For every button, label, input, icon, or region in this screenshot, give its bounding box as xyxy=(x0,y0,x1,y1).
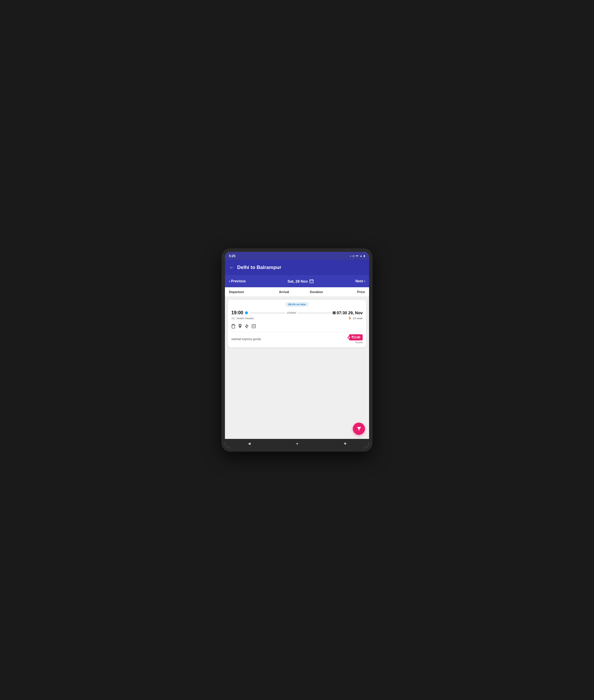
android-recents-button[interactable]: ■ xyxy=(344,442,346,446)
arrival-info: 07:30 29, Nov xyxy=(333,311,363,315)
price-tag[interactable]: ₹1140 xyxy=(349,334,363,341)
seats-count: 23 seats xyxy=(353,317,363,320)
bus-card[interactable]: 88.0% on time 19:00 12h30m xyxy=(228,300,366,347)
android-home-button[interactable]: ● xyxy=(296,442,298,446)
previous-button[interactable]: ‹ Previous xyxy=(229,279,246,283)
location-icon: ⊙ xyxy=(352,254,355,258)
seats-info: 🪑 23 seats xyxy=(348,317,363,320)
previous-label: Previous xyxy=(231,279,246,283)
arrival-time: 07:30 29, Nov xyxy=(337,311,363,315)
bus-type: AC, Seater-Sleeper xyxy=(231,317,254,320)
duration-line: 12h30m xyxy=(250,311,333,314)
svg-rect-0 xyxy=(310,280,313,283)
prev-chevron-icon: ‹ xyxy=(229,279,230,283)
next-chevron-icon: › xyxy=(364,279,365,283)
column-headers: Departure Arrival Duration Price xyxy=(225,287,369,297)
calendar-icon xyxy=(309,279,314,283)
signal-icon: ▲ xyxy=(360,254,362,257)
back-button[interactable]: ← xyxy=(229,265,234,271)
arrival-header: Arrival xyxy=(268,290,300,294)
status-bar: 5:25 ▪ ⊙ ▾▾ ▲ ▮ xyxy=(225,252,369,260)
next-label: Next xyxy=(355,279,363,283)
app-bar: ← Delhi to Balrampur xyxy=(225,260,369,275)
departure-header: Departure xyxy=(229,290,268,294)
svg-rect-6 xyxy=(232,324,234,325)
bus-name: vaishali express gonda xyxy=(231,338,261,341)
amenity-charging-icon xyxy=(245,324,249,329)
current-date: Sat, 28 Nov xyxy=(288,279,308,283)
blue-dot-icon xyxy=(245,311,248,314)
date-nav: ‹ Previous Sat, 28 Nov Next › xyxy=(225,275,369,287)
on-time-badge: 88.0% on time xyxy=(285,302,309,307)
type-seats-row: AC, Seater-Sleeper 🪑 23 seats xyxy=(231,317,363,320)
duration-text: 12h30m xyxy=(287,311,296,314)
android-back-button[interactable]: ◀ xyxy=(248,442,251,446)
sim-icon: ▪ xyxy=(350,254,351,258)
price-header: Price xyxy=(333,290,365,294)
svg-rect-7 xyxy=(252,324,256,328)
amenity-location-icon xyxy=(238,324,242,329)
timing-row: 19:00 12h30m 07:30 29, Nov xyxy=(231,310,363,315)
svg-rect-4 xyxy=(232,325,235,328)
filter-fab-button[interactable] xyxy=(353,423,365,435)
card-footer: vaishali express gonda ₹1140 ₹1200 xyxy=(231,332,363,345)
arrival-square-icon xyxy=(333,311,336,314)
status-time: 5:25 xyxy=(229,254,235,258)
device-frame: 5:25 ▪ ⊙ ▾▾ ▲ ▮ ← Delhi to Balrampur ‹ P… xyxy=(222,248,372,452)
seat-icon: 🪑 xyxy=(348,317,352,320)
card-main: 19:00 12h30m 07:30 29, Nov xyxy=(228,308,366,347)
next-button[interactable]: Next › xyxy=(355,279,365,283)
price-section: ₹1140 ₹1200 xyxy=(349,334,363,344)
discounted-price: ₹1140 xyxy=(351,336,360,339)
bottom-nav: ◀ ● ■ xyxy=(225,439,369,448)
on-time-section: 88.0% on time xyxy=(228,300,366,308)
original-price: ₹1200 xyxy=(355,341,363,344)
status-icons: ▪ ⊙ ▾▾ ▲ ▮ xyxy=(350,254,365,258)
amenities-row xyxy=(231,322,363,332)
device-screen: 5:25 ▪ ⊙ ▾▾ ▲ ▮ ← Delhi to Balrampur ‹ P… xyxy=(225,252,369,448)
app-title: Delhi to Balrampur xyxy=(237,265,281,271)
price-dot xyxy=(349,337,350,338)
filter-icon xyxy=(356,426,362,431)
date-display[interactable]: Sat, 28 Nov xyxy=(288,279,314,283)
departure-time: 19:00 xyxy=(231,310,243,315)
amenity-ticket-icon xyxy=(252,324,256,329)
duration-header: Duration xyxy=(300,290,332,294)
battery-icon: ▮ xyxy=(364,254,365,257)
amenity-trash-icon xyxy=(231,324,235,329)
content-area: 88.0% on time 19:00 12h30m xyxy=(225,297,369,439)
wifi-icon: ▾▾ xyxy=(356,254,359,257)
